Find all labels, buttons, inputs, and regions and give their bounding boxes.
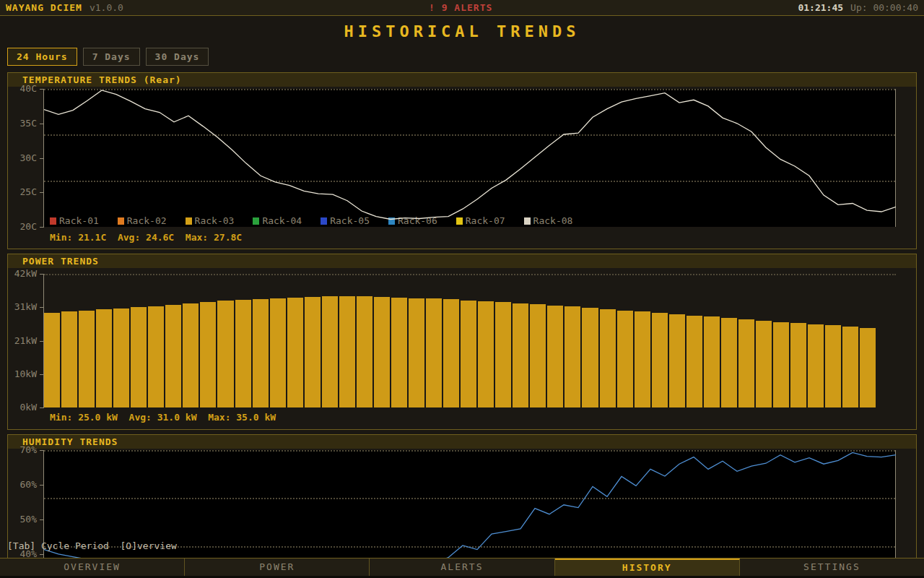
legend-swatch xyxy=(524,217,531,225)
legend-label: Rack-08 xyxy=(533,215,573,226)
power-bar xyxy=(461,301,476,407)
gridline xyxy=(44,181,895,182)
humidity-panel-header: HUMIDITY TRENDS xyxy=(8,435,916,449)
temperature-line-chart xyxy=(44,89,896,227)
power-bar xyxy=(131,307,147,407)
legend-swatch xyxy=(456,217,463,225)
power-chart xyxy=(44,274,896,407)
power-bar xyxy=(148,306,164,408)
power-bar xyxy=(391,298,407,407)
bottom-nav: OVERVIEWPOWERALERTSHISTORYSETTINGS xyxy=(0,558,924,576)
power-bar xyxy=(96,309,112,407)
power-bar xyxy=(426,298,442,407)
power-bar xyxy=(600,309,616,407)
power-panel: POWER TRENDS 42kW31kW21kW10kW0kW Min: 25… xyxy=(7,254,917,430)
power-bar xyxy=(165,305,181,407)
y-axis-label: 70% xyxy=(20,444,37,456)
power-bar xyxy=(495,302,511,407)
power-bar xyxy=(478,301,494,407)
legend-item-rack-03: Rack-03 xyxy=(186,215,235,226)
period-tab-24-hours[interactable]: 24 Hours xyxy=(7,48,77,66)
power-bar xyxy=(617,311,633,407)
nav-tab-power[interactable]: POWER xyxy=(185,558,370,576)
nav-tab-alerts[interactable]: ALERTS xyxy=(370,558,554,576)
gridline xyxy=(44,450,895,452)
legend-swatch xyxy=(186,217,192,225)
temperature-chart: Rack-01Rack-02Rack-03Rack-04Rack-05Rack-… xyxy=(44,89,896,227)
top-bar: WAYANG DCIEM v1.0.0 ! 9 ALERTS 01:21:45 … xyxy=(0,0,924,16)
period-tab-7-days[interactable]: 7 Days xyxy=(83,48,140,66)
legend-swatch xyxy=(118,217,124,225)
power-bar xyxy=(253,299,269,407)
power-bar xyxy=(773,322,789,407)
power-panel-header: POWER TRENDS xyxy=(8,254,916,268)
legend-item-rack-04: Rack-04 xyxy=(253,215,302,226)
power-bar xyxy=(704,316,720,407)
app-identity: WAYANG DCIEM v1.0.0 xyxy=(6,2,123,13)
y-axis-label: 31kW xyxy=(14,301,37,313)
power-bar xyxy=(635,311,650,407)
y-axis-label: 21kW xyxy=(14,335,37,347)
app-version: v1.0.0 xyxy=(90,2,123,13)
legend-item-rack-01: Rack-01 xyxy=(50,215,99,226)
power-bar xyxy=(652,313,668,407)
legend-item-rack-02: Rack-02 xyxy=(118,215,167,226)
alerts-indicator[interactable]: ! 9 ALERTS xyxy=(429,2,492,13)
uptime: Up: 00:00:40 xyxy=(850,2,918,13)
power-bar xyxy=(217,301,233,407)
clock: 01:21:45 xyxy=(798,2,843,13)
y-axis-label: 35C xyxy=(20,118,37,129)
power-bar xyxy=(409,298,424,408)
gridline xyxy=(44,89,895,90)
power-bar xyxy=(738,319,754,407)
period-tabs: 24 Hours7 Days30 Days xyxy=(7,48,209,66)
power-chart-body: 42kW31kW21kW10kW0kW xyxy=(8,268,916,407)
power-y-axis: 42kW31kW21kW10kW0kW xyxy=(8,274,44,407)
legend-label: Rack-05 xyxy=(330,215,370,226)
power-bar xyxy=(842,327,858,407)
power-bar-chart xyxy=(44,274,876,407)
power-bar xyxy=(547,306,563,407)
power-bar xyxy=(513,303,528,407)
power-bar xyxy=(374,297,390,407)
period-tab-30-days[interactable]: 30 Days xyxy=(146,48,209,66)
power-bar xyxy=(183,303,199,407)
power-bar xyxy=(808,324,824,407)
power-bar xyxy=(530,304,546,407)
y-axis-label: 25C xyxy=(20,186,37,198)
power-bar xyxy=(44,313,60,407)
y-axis-label: 0kW xyxy=(20,402,37,413)
power-bar xyxy=(200,302,216,407)
legend-label: Rack-07 xyxy=(466,215,505,226)
legend-item-rack-08: Rack-08 xyxy=(524,215,573,226)
power-bar xyxy=(270,298,286,408)
keyboard-hints: [Tab] Cycle Period [O]verview xyxy=(7,540,177,551)
nav-tab-settings[interactable]: SETTINGS xyxy=(740,558,924,576)
legend-swatch xyxy=(253,217,259,225)
temperature-panel: TEMPERATURE TRENDS (Rear) 40C35C30C25C20… xyxy=(7,72,917,249)
y-axis-label: 40C xyxy=(20,83,37,95)
power-bar xyxy=(443,299,459,407)
page-title: HISTORICAL TRENDS xyxy=(0,22,924,40)
legend-label: Rack-02 xyxy=(127,215,167,226)
nav-tab-history[interactable]: HISTORY xyxy=(555,558,740,576)
legend-swatch xyxy=(321,217,327,225)
nav-tab-overview[interactable]: OVERVIEW xyxy=(0,558,185,576)
y-axis-label: 30C xyxy=(20,152,37,164)
power-bar xyxy=(669,314,685,407)
power-bar xyxy=(357,296,372,407)
temperature-chart-body: 40C35C30C25C20C Rack-01Rack-02Rack-03Rac… xyxy=(8,87,916,227)
legend-swatch xyxy=(50,217,56,225)
legend-item-rack-05: Rack-05 xyxy=(321,215,370,226)
y-axis-label: 42kW xyxy=(14,268,37,280)
power-stats: Min: 25.0 kW Avg: 31.0 kW Max: 35.0 kW xyxy=(8,407,916,423)
temperature-legend: Rack-01Rack-02Rack-03Rack-04Rack-05Rack-… xyxy=(50,215,572,226)
power-bar xyxy=(322,296,338,407)
legend-item-rack-07: Rack-07 xyxy=(456,215,505,226)
power-bar xyxy=(790,323,806,407)
power-bar xyxy=(582,308,598,407)
temperature-y-axis: 40C35C30C25C20C xyxy=(8,89,44,227)
legend-label: Rack-04 xyxy=(262,215,302,226)
y-axis-label: 50% xyxy=(20,514,37,525)
power-bar xyxy=(113,309,129,407)
